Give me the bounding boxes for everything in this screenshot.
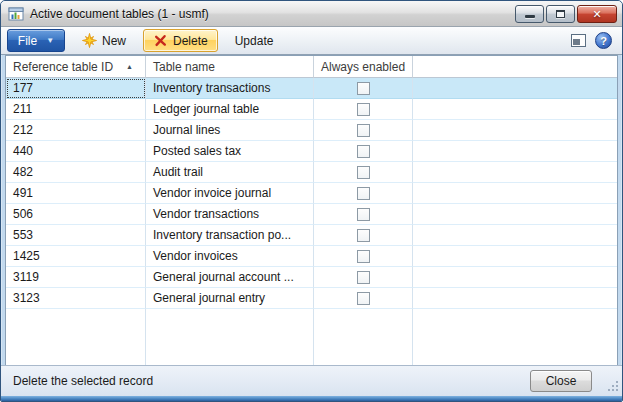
table-row[interactable]: 1425 Vendor invoices bbox=[6, 246, 617, 267]
cell-table-name[interactable]: Posted sales tax bbox=[146, 141, 314, 162]
update-button-label: Update bbox=[235, 34, 274, 48]
cell-reference-table-id[interactable]: 3119 bbox=[6, 267, 146, 288]
cell-always-enabled bbox=[314, 99, 413, 120]
cell-table-name[interactable]: General journal entry bbox=[146, 288, 314, 309]
delete-icon bbox=[153, 33, 168, 48]
window-bottom-border bbox=[1, 396, 622, 401]
table-row[interactable]: 3119 General journal account ... bbox=[6, 267, 617, 288]
cell-reference-table-id[interactable]: 440 bbox=[6, 141, 146, 162]
cell-empty bbox=[413, 162, 617, 183]
always-enabled-checkbox[interactable] bbox=[357, 292, 370, 305]
window: Active document tables (1 - usmf) ✕ File… bbox=[0, 0, 623, 402]
cell-table-name[interactable]: Inventory transactions bbox=[146, 78, 314, 99]
cell-reference-table-id[interactable]: 212 bbox=[6, 120, 146, 141]
app-icon bbox=[8, 6, 24, 22]
always-enabled-checkbox[interactable] bbox=[357, 145, 370, 158]
column-header-always-enabled[interactable]: Always enabled bbox=[314, 56, 413, 78]
grid-header: Reference table ID ▲ Table name Always e… bbox=[6, 56, 617, 78]
cell-table-name[interactable]: Vendor invoice journal bbox=[146, 183, 314, 204]
table-row[interactable]: 440 Posted sales tax bbox=[6, 141, 617, 162]
cell-reference-table-id[interactable]: 3123 bbox=[6, 288, 146, 309]
cell-table-name[interactable]: Vendor transactions bbox=[146, 204, 314, 225]
delete-button[interactable]: Delete bbox=[143, 29, 218, 52]
close-window-button[interactable]: ✕ bbox=[577, 5, 617, 23]
cell-table-name[interactable]: Journal lines bbox=[146, 120, 314, 141]
titlebar[interactable]: Active document tables (1 - usmf) ✕ bbox=[1, 1, 622, 27]
help-icon[interactable]: ? bbox=[595, 32, 612, 49]
cell-empty bbox=[413, 246, 617, 267]
file-menu-button[interactable]: File ▼ bbox=[7, 29, 65, 52]
grid-filler bbox=[6, 309, 617, 365]
cell-always-enabled bbox=[314, 288, 413, 309]
cell-empty bbox=[413, 267, 617, 288]
close-icon: ✕ bbox=[592, 9, 601, 20]
table-row[interactable]: 491 Vendor invoice journal bbox=[6, 183, 617, 204]
cell-table-name[interactable]: Audit trail bbox=[146, 162, 314, 183]
table-row[interactable]: 553 Inventory transaction po... bbox=[6, 225, 617, 246]
cell-always-enabled bbox=[314, 120, 413, 141]
cell-always-enabled bbox=[314, 204, 413, 225]
always-enabled-checkbox[interactable] bbox=[357, 208, 370, 221]
grid: Reference table ID ▲ Table name Always e… bbox=[5, 55, 618, 365]
minimize-icon bbox=[525, 15, 535, 18]
cell-always-enabled bbox=[314, 141, 413, 162]
cell-always-enabled bbox=[314, 162, 413, 183]
cell-empty bbox=[413, 183, 617, 204]
cell-always-enabled bbox=[314, 183, 413, 204]
window-title: Active document tables (1 - usmf) bbox=[30, 7, 209, 21]
table-row[interactable]: 3123 General journal entry bbox=[6, 288, 617, 309]
table-row[interactable]: 482 Audit trail bbox=[6, 162, 617, 183]
always-enabled-checkbox[interactable] bbox=[357, 187, 370, 200]
status-message: Delete the selected record bbox=[13, 374, 153, 388]
cell-reference-table-id[interactable]: 491 bbox=[6, 183, 146, 204]
table-row[interactable]: 211 Ledger journal table bbox=[6, 99, 617, 120]
cell-always-enabled bbox=[314, 225, 413, 246]
cell-table-name[interactable]: Vendor invoices bbox=[146, 246, 314, 267]
always-enabled-checkbox[interactable] bbox=[357, 271, 370, 284]
cell-reference-table-id[interactable]: 1425 bbox=[6, 246, 146, 267]
grid-layout-icon[interactable] bbox=[571, 34, 586, 47]
always-enabled-checkbox[interactable] bbox=[357, 250, 370, 263]
cell-empty bbox=[413, 120, 617, 141]
table-row[interactable]: 506 Vendor transactions bbox=[6, 204, 617, 225]
restore-button[interactable] bbox=[546, 5, 575, 23]
always-enabled-checkbox[interactable] bbox=[357, 229, 370, 242]
always-enabled-checkbox[interactable] bbox=[357, 166, 370, 179]
cell-table-name[interactable]: Ledger journal table bbox=[146, 99, 314, 120]
window-controls: ✕ bbox=[515, 4, 617, 23]
cell-empty bbox=[413, 288, 617, 309]
cell-always-enabled bbox=[314, 246, 413, 267]
status-bar: Delete the selected record Close bbox=[1, 365, 622, 396]
close-button[interactable]: Close bbox=[530, 370, 592, 392]
column-header-reference-table-id[interactable]: Reference table ID ▲ bbox=[6, 56, 146, 78]
column-header-label: Table name bbox=[153, 60, 215, 74]
help-glyph: ? bbox=[600, 35, 607, 47]
cell-table-name[interactable]: General journal account ... bbox=[146, 267, 314, 288]
cell-reference-table-id[interactable]: 211 bbox=[6, 99, 146, 120]
grid-body: 177 Inventory transactions 211 Ledger jo… bbox=[6, 78, 617, 309]
toolbar: File ▼ New Delete Updat bbox=[1, 27, 622, 55]
always-enabled-checkbox[interactable] bbox=[357, 82, 370, 95]
chevron-down-icon: ▼ bbox=[46, 37, 54, 45]
resize-grip-icon[interactable] bbox=[607, 380, 619, 392]
cell-empty bbox=[413, 204, 617, 225]
file-menu-label: File bbox=[18, 34, 37, 48]
table-row[interactable]: 212 Journal lines bbox=[6, 120, 617, 141]
cell-reference-table-id[interactable]: 553 bbox=[6, 225, 146, 246]
always-enabled-checkbox[interactable] bbox=[357, 103, 370, 116]
update-button[interactable]: Update bbox=[225, 29, 284, 52]
table-row[interactable]: 177 Inventory transactions bbox=[6, 78, 617, 99]
cell-empty bbox=[413, 225, 617, 246]
cell-empty bbox=[413, 99, 617, 120]
new-button[interactable]: New bbox=[72, 29, 136, 52]
column-header-empty bbox=[413, 56, 617, 78]
always-enabled-checkbox[interactable] bbox=[357, 124, 370, 137]
cell-table-name[interactable]: Inventory transaction po... bbox=[146, 225, 314, 246]
cell-reference-table-id[interactable]: 177 bbox=[6, 78, 146, 99]
column-header-table-name[interactable]: Table name bbox=[146, 56, 314, 78]
column-header-label: Always enabled bbox=[321, 60, 405, 74]
cell-reference-table-id[interactable]: 506 bbox=[6, 204, 146, 225]
minimize-button[interactable] bbox=[515, 5, 544, 23]
cell-reference-table-id[interactable]: 482 bbox=[6, 162, 146, 183]
new-record-icon bbox=[82, 33, 97, 48]
